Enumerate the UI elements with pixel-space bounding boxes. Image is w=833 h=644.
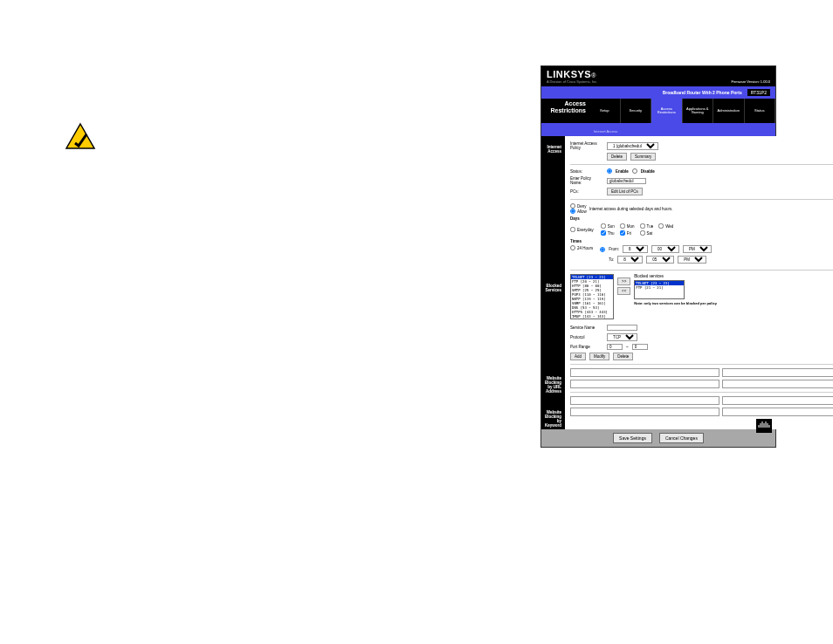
to-hour[interactable]: 8 [617,256,643,264]
remove-service-button[interactable]: << [617,287,630,295]
to-ampm[interactable]: PM [678,256,706,264]
tab-status[interactable]: Status [745,99,776,123]
policy-name-input[interactable] [607,178,646,184]
url-block-3[interactable] [570,380,719,388]
tab-administration[interactable]: Administration [713,99,745,123]
keyword-block-1[interactable] [570,396,719,405]
firmware-version: Firmware Version: 1.00.0 [732,79,770,84]
day-sat-check[interactable] [640,230,645,236]
day-fri-check[interactable] [620,230,625,236]
side-url-block: Website Blocking by URL Address [541,374,565,395]
url-block-1[interactable] [570,368,719,377]
svc-name-input[interactable] [607,325,637,331]
blocked-list[interactable]: TELNET [23 ~ 23] FTP [21 ~ 21] [634,280,685,299]
day-tue-check[interactable] [640,223,645,229]
router-admin-window: LINKSYS® A Division of Cisco Systems, In… [540,65,776,448]
range-to-input[interactable] [632,344,648,350]
policy-label: Internet Access Policy [570,141,603,150]
nav-tabs: Setup Security Access Restrictions Appli… [589,99,775,123]
main-panel: Internet Access Policy 1 (globalschedul … [565,136,833,429]
allow-radio[interactable] [570,209,575,214]
side-keyword-block: Website Blocking by Keyword [541,408,565,429]
proto-select[interactable]: TCP [607,333,637,341]
summary-button[interactable]: Summary [630,153,656,161]
svc-name-label: Service Name [570,325,603,330]
side-internet-access: Internet Access [541,143,565,155]
edit-pcs-button[interactable]: Edit List of PCs [607,188,643,195]
24hours-radio[interactable] [570,245,575,250]
tab-setup[interactable]: Setup [589,99,621,123]
24hours-label: 24 Hours [577,246,593,250]
everyday-label: Everyday [577,228,594,232]
keyword-block-3[interactable] [570,408,719,416]
model-code: RT31P2 [747,89,770,96]
add-service-button[interactable]: >> [617,277,630,285]
section-title: Access Restrictions [541,99,589,123]
day-thu-check[interactable] [601,230,606,236]
tab-access-restrictions[interactable]: Access Restrictions [651,99,683,123]
deny-label: Deny [577,204,587,209]
keyword-block-4[interactable] [722,408,833,416]
day-sun-check[interactable] [601,223,606,229]
model-bar: Broadband Router With 2 Phone Ports RT31… [541,86,775,99]
save-settings-button[interactable]: Save Settings [613,433,652,443]
cancel-changes-button[interactable]: Cancel Changes [659,433,704,443]
to-label: To: [609,257,614,262]
tab-security[interactable]: Security [621,99,652,123]
tab-applications-gaming[interactable]: Applications & Gaming [683,99,714,123]
status-label: Status: [570,169,603,174]
side-column: Internet Access Blocked Services Website… [541,136,565,429]
svc-delete-button[interactable]: Delete [613,353,633,360]
times-heading: Times [570,239,833,243]
delete-button[interactable]: Delete [607,153,627,161]
services-list[interactable]: TELNET [23 ~ 23] FTP [20 ~ 21] HTTP [80 … [570,274,614,319]
day-mon-check[interactable] [620,223,625,229]
brand-bar: LINKSYS® A Division of Cisco Systems, In… [541,66,775,86]
from-radio[interactable] [600,247,605,252]
from-min[interactable]: 00 [651,245,679,253]
from-hour[interactable]: 8 [623,245,648,253]
from-ampm[interactable]: PM [683,245,712,253]
blocked-heading: Blocked services [634,274,833,278]
url-block-2[interactable] [722,368,833,377]
range-label: Port Range [570,345,603,349]
from-label: From: [609,247,619,251]
to-min[interactable]: 05 [646,256,674,264]
keyword-block-2[interactable] [722,396,833,405]
url-block-4[interactable] [722,380,833,388]
svc-modify-button[interactable]: Modify [589,353,609,360]
cisco-logo-icon [756,419,772,433]
everyday-check[interactable] [570,227,575,232]
svc-add-button[interactable]: Add [570,353,586,360]
policy-select[interactable]: 1 (globalschedul [607,142,658,150]
nav-row: Access Restrictions Setup Security Acces… [541,99,775,123]
status-enable-radio[interactable] [607,168,612,174]
brand-name: LINKSYS [547,69,591,79]
side-blocked-services: Blocked Services [541,282,565,294]
pcs-label: PCs: [570,189,603,194]
policy-name-label: Enter Policy Name: [570,176,603,185]
status-disable-radio[interactable] [632,168,637,174]
note-icon [65,122,96,150]
subnav: Internet Access [541,123,775,136]
model-description: Broadband Router With 2 Phone Ports [663,90,742,95]
access-description: Internet access during selected days and… [589,207,673,211]
proto-label: Protocol [570,335,603,339]
days-heading: Days [570,216,833,221]
brand-subtitle: A Division of Cisco Systems, Inc. [547,79,597,84]
status-enable-label: Enable [616,169,629,174]
subnav-internet-access[interactable]: Internet Access [594,129,617,134]
range-from-input[interactable] [607,344,623,350]
allow-label: Allow [577,209,587,214]
status-disable-label: Disable [641,169,655,174]
footer-bar: Save Settings Cancel Changes [541,429,775,447]
day-wed-check[interactable] [658,223,664,229]
blocked-note: Note: only two services can be blocked p… [634,302,833,305]
